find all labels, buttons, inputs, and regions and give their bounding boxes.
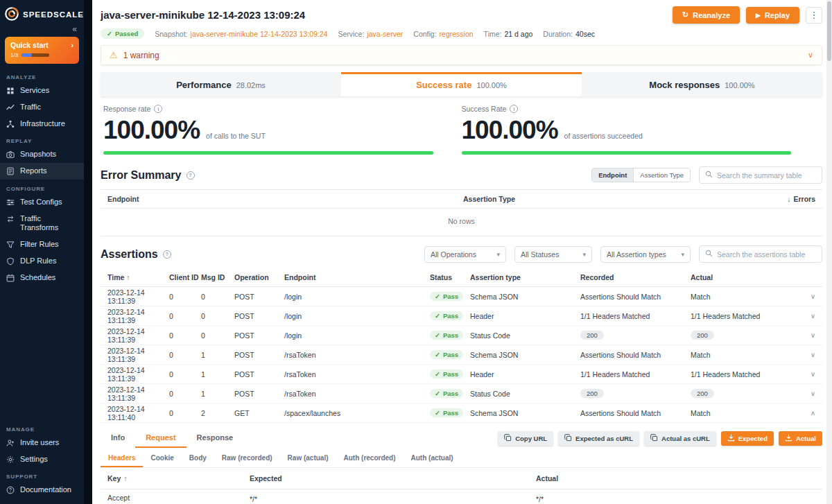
col-endpoint[interactable]: Endpoint [284,273,430,281]
copy-url-button[interactable]: Copy URL [498,431,553,446]
service-link[interactable]: java-server [367,30,403,38]
quick-start-progress-label: 1/3 [10,52,18,58]
subtab-headers[interactable]: Headers [101,450,143,467]
assertions-table-header: Time ↑ Client ID Msg ID Operation Endpoi… [101,268,822,287]
metric-label: Success Rate [462,105,507,113]
header-actual: */* [536,494,815,504]
sidebar-item-services[interactable]: Services [0,82,84,99]
detail-tab-request[interactable]: Request [135,428,186,448]
row-expand-icon[interactable]: ∨ [800,331,815,339]
subtab-body[interactable]: Body [182,450,214,467]
subtab-auth-actual[interactable]: Auth (actual) [404,450,461,467]
sidebar-item-invite-users[interactable]: Invite users [0,435,84,451]
row-expand-icon[interactable]: ∧ [800,409,815,417]
col-actual[interactable]: Actual [691,273,800,281]
sidebar-item-snapshots[interactable]: Snapshots [0,146,84,163]
cell-actual: 1/1 Headers Matched [691,312,800,320]
snapshot-link[interactable]: java-server-minikube 12-14-2023 13:09:24 [191,30,328,38]
sidebar-collapse-button[interactable]: « [0,24,84,35]
assertion-row[interactable]: 2023-12-14 13:11:39 0 1 POST /rsaToken ✓… [101,365,822,384]
sidebar-item-reports[interactable]: Reports [0,163,84,180]
service-label: Service: [338,30,364,38]
assertion-row[interactable]: 2023-12-14 13:11:39 0 1 POST /rsaToken ✓… [101,384,822,403]
config-link[interactable]: regression [440,30,474,38]
subtab-auth-recorded[interactable]: Auth (recorded) [336,450,404,467]
subtab-raw-recorded[interactable]: Raw (recorded) [214,450,280,467]
page-scrollbar[interactable] [826,0,832,504]
more-options-button[interactable]: ⋮ [806,7,822,24]
cell-assertion-type: Schema JSON [470,293,580,301]
sidebar-item-test-configs[interactable]: Test Configs [0,194,84,211]
col-endpoint[interactable]: Endpoint [107,195,463,203]
replay-button[interactable]: ▶ Replay [746,7,799,24]
actual-as-curl-button[interactable]: Actual as cURL [644,431,716,446]
assertions-search[interactable] [699,245,822,263]
row-expand-icon[interactable]: ∨ [800,293,815,300]
assertion-row[interactable]: 2023-12-14 13:11:39 0 0 POST /login ✓Pas… [101,306,822,326]
chevron-down-icon[interactable]: ∨ [808,51,813,60]
row-expand-icon[interactable]: ∨ [800,370,815,378]
operations-select[interactable]: All Operations▾ [424,246,506,263]
assertion-types-select[interactable]: All Assertion types▾ [600,246,691,263]
col-assertion-type[interactable]: Assertion Type [463,195,787,203]
sidebar-item-infrastructure[interactable]: Infrastructure [0,116,84,132]
subtab-raw-actual[interactable]: Raw (actual) [280,450,336,467]
summary-search[interactable] [699,166,822,184]
brand-logo-row[interactable]: SPEEDSCALE [0,0,84,24]
sidebar-item-filter-rules[interactable]: Filter Rules [0,236,84,253]
toggle-assertion-type[interactable]: Assertion Type [633,168,690,182]
assertions-search-input[interactable] [717,250,816,259]
tab-performance[interactable]: Performance28.02ms [101,72,341,96]
col-key[interactable]: Key↑ [107,473,250,484]
info-icon[interactable]: i [154,105,162,113]
subtab-cookie[interactable]: Cookie [143,450,181,467]
no-rows-message: No rows [101,209,822,236]
download-expected-button[interactable]: Expected [721,431,774,446]
gear-icon [6,455,15,464]
sidebar: SPEEDSCALE « Quick start › 1/3 ANALYZE S… [0,0,84,504]
warning-banner[interactable]: ⚠ 1 warning ∨ [101,45,822,65]
row-expand-icon[interactable]: ∨ [800,351,815,358]
col-operation[interactable]: Operation [234,273,284,281]
col-client-id[interactable]: Client ID [169,273,201,281]
sidebar-item-documentation[interactable]: Documentation [0,482,84,498]
check-icon: ✓ [435,390,440,397]
sidebar-item-traffic-transforms[interactable]: Traffic Transforms [0,211,84,237]
help-icon[interactable]: ? [187,171,195,180]
assertion-row[interactable]: 2023-12-14 13:11:40 0 2 GET /spacex/laun… [101,403,822,423]
info-icon[interactable]: i [510,105,518,113]
summary-search-input[interactable] [717,171,816,180]
detail-tab-response[interactable]: Response [187,428,244,448]
col-expected[interactable]: Expected [250,473,536,484]
col-actual[interactable]: Actual [536,473,815,484]
sidebar-item-dlp-rules[interactable]: DLP Rules [0,253,84,270]
assertion-row[interactable]: 2023-12-14 13:11:39 0 1 POST /rsaToken ✓… [101,345,822,365]
col-status[interactable]: Status [430,273,470,281]
help-icon[interactable]: ? [163,250,171,259]
col-msg-id[interactable]: Msg ID [201,273,234,281]
col-time[interactable]: Time ↑ [107,273,169,281]
quick-start-card[interactable]: Quick start › 1/3 [5,37,79,64]
sidebar-item-settings[interactable]: Settings [0,451,84,468]
cell-recorded: Assertions Should Match [580,351,691,359]
assertion-row[interactable]: 2023-12-14 13:11:39 0 0 POST /login ✓Pas… [101,326,822,345]
col-assertion-type[interactable]: Assertion type [470,273,580,281]
statuses-select[interactable]: All Statuses▾ [514,246,592,263]
row-expand-icon[interactable]: ∨ [800,390,815,397]
expected-as-curl-button[interactable]: Expected as cURL [558,431,639,446]
scrollbar-thumb[interactable] [827,1,831,61]
col-errors[interactable]: ↓ Errors [787,195,815,203]
sort-down-icon: ↓ [787,195,790,203]
detail-tab-info[interactable]: Info [101,428,135,448]
download-actual-button[interactable]: Actual [779,431,822,446]
sidebar-item-traffic[interactable]: Traffic [0,99,84,116]
tab-mock-responses[interactable]: Mock responses100.00% [582,72,822,96]
col-recorded[interactable]: Recorded [580,273,691,281]
assertion-row[interactable]: 2023-12-14 13:11:39 0 0 POST /login ✓Pas… [101,287,822,306]
tab-success-rate[interactable]: Success rate100.00% [341,72,582,96]
row-expand-icon[interactable]: ∨ [800,312,815,320]
reanalyze-button[interactable]: ↻ Reanalyze [673,6,740,24]
toggle-endpoint[interactable]: Endpoint [592,168,633,182]
cell-assertion-type: Status Code [470,390,580,398]
sidebar-item-schedules[interactable]: Schedules [0,270,84,286]
